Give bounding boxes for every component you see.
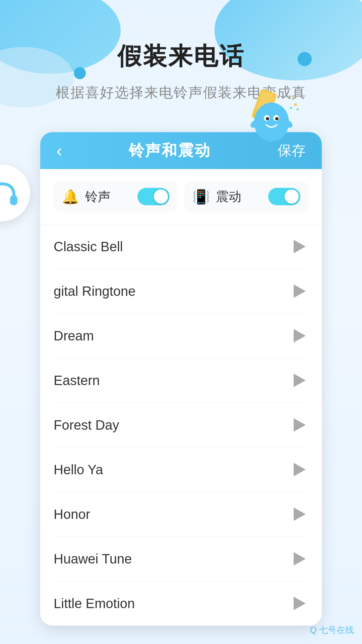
ringtone-name: Dream: [54, 328, 94, 343]
ringtone-item[interactable]: Little Emotion: [54, 581, 308, 626]
play-button[interactable]: [291, 416, 308, 434]
ringtone-name: Honor: [54, 507, 90, 522]
page-content: 假装来电话 根据喜好选择来电铃声假装来电变成真: [0, 0, 362, 626]
ringtone-name: Huawei Tune: [54, 551, 132, 567]
ringtone-name: Forest Day: [54, 418, 119, 433]
ringtone-item[interactable]: Classic Bell: [54, 224, 308, 269]
play-icon: [294, 374, 306, 387]
header-title: 铃声和震动: [129, 140, 211, 161]
ringtone-name: Classic Bell: [54, 239, 123, 254]
ringtone-toggle-label: 铃声: [85, 188, 131, 205]
play-button[interactable]: [291, 372, 308, 389]
svg-text:+: +: [291, 93, 295, 100]
play-icon: [294, 240, 306, 253]
ringtone-item[interactable]: gital Ringtone: [54, 269, 308, 314]
play-icon: [294, 597, 306, 610]
ringtone-item[interactable]: Hello Ya: [54, 447, 308, 492]
svg-point-7: [275, 117, 279, 120]
play-button[interactable]: [291, 282, 308, 300]
headphones-badge: [0, 164, 30, 221]
main-card: + ‹ 铃声和震动 保存 🔔 铃声 📳 震动: [40, 132, 322, 626]
vibration-toggle-item: 📳 震动: [184, 181, 308, 212]
svg-point-13: [297, 108, 299, 110]
ringtone-item[interactable]: Huawei Tune: [54, 537, 308, 581]
play-button[interactable]: [291, 505, 308, 523]
ringtone-list: Classic Bellgital RingtoneDreamEasternFo…: [40, 224, 322, 626]
play-icon: [294, 418, 306, 432]
ringtone-toggle-switch[interactable]: [137, 188, 170, 205]
play-icon: [294, 552, 306, 566]
ringtone-name: gital Ringtone: [54, 284, 136, 299]
play-button[interactable]: [291, 461, 308, 478]
ringtone-name: Little Emotion: [54, 596, 135, 611]
play-button[interactable]: [291, 238, 308, 255]
vibration-toggle-label: 震动: [216, 188, 262, 205]
watermark: Q 七号在线: [310, 624, 354, 636]
play-icon: [294, 284, 306, 298]
svg-point-6: [266, 117, 269, 120]
ringtone-item[interactable]: Forest Day: [54, 403, 308, 447]
mascot: +: [241, 85, 308, 146]
play-button[interactable]: [291, 327, 308, 344]
play-button[interactable]: [291, 595, 308, 612]
ringtone-item[interactable]: Eastern: [54, 358, 308, 403]
ringtone-item[interactable]: Honor: [54, 492, 308, 537]
ringtone-toggle-item: 🔔 铃声: [54, 181, 178, 212]
back-button[interactable]: ‹: [56, 142, 62, 159]
vibration-toggle-switch[interactable]: [268, 188, 300, 205]
vibration-icon: 📳: [192, 189, 210, 205]
svg-point-12: [290, 107, 292, 109]
play-icon: [294, 463, 306, 476]
toggle-row: 🔔 铃声 📳 震动: [40, 169, 322, 224]
play-icon: [294, 329, 306, 342]
svg-point-11: [294, 103, 297, 106]
ringtone-name: Hello Ya: [54, 462, 103, 477]
ringtone-item[interactable]: Dream: [54, 314, 308, 358]
play-button[interactable]: [291, 550, 308, 568]
bell-icon: 🔔: [62, 189, 79, 205]
play-icon: [294, 507, 306, 521]
svg-rect-15: [10, 195, 17, 205]
page-title: 假装来电话: [117, 40, 245, 72]
ringtone-name: Eastern: [54, 373, 100, 388]
